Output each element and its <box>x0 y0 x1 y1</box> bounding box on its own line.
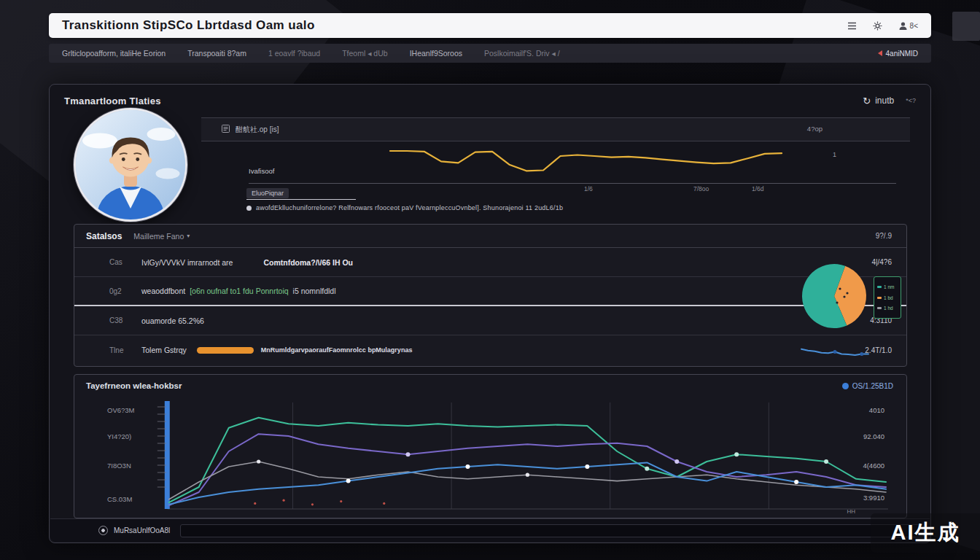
desktop-background: Transkitionn StipSCo Lbrtdasd Oam ualo 8… <box>0 0 980 560</box>
timeseries-chart-area: OV6?3M YI4?20) 7I8O3N CS.03M 4010 92.040… <box>80 398 901 516</box>
main-nav: Grlticlopoafform, italiHe Eorion Transpo… <box>49 44 931 63</box>
nav-item[interactable]: Grlticlopoafform, italiHe Eorion <box>62 49 166 58</box>
footer-field[interactable] <box>180 524 924 537</box>
user-icon[interactable]: 8< <box>898 21 918 31</box>
hero-meta-row: 酣航社.op [is] <box>201 117 910 141</box>
y-axis-right-label: 3:9910 <box>863 494 884 502</box>
nav-alert-label: 4aniNMID <box>886 50 918 58</box>
row-text: Tolem Gstrqy <box>141 346 187 354</box>
row-key: Tlne <box>109 346 141 354</box>
progress-bar <box>197 347 254 354</box>
row-value: 4|/4?6 <box>871 258 892 266</box>
legend-dot-icon <box>246 206 252 211</box>
row-text: IvlGy/VVVkV imrarnodt are <box>141 258 233 267</box>
timeseries-header: Tayefrneon wlea-hokbsr OS/1.25B1D <box>74 375 906 397</box>
alert-triangle-icon <box>878 50 882 56</box>
nav-alert[interactable]: 4aniNMID <box>878 50 918 58</box>
footer-label: MuRsaUnlfOoA8l <box>114 526 170 534</box>
timeseries-chart <box>80 398 901 516</box>
pie-legend-entry: 1 bd <box>877 295 898 300</box>
y-axis-label: CS.03M <box>107 495 132 503</box>
nav-item[interactable]: 1 eoavlf ?ibaud <box>268 49 320 58</box>
row-text-strong: Comtnfdoma?/\/66 IH Ou <box>263 258 353 267</box>
corner-label: HH <box>847 508 855 515</box>
legend-swatch <box>877 307 882 309</box>
timeseries-card: Tayefrneon wlea-hokbsr OS/1.25B1D OV6?3M <box>74 374 907 518</box>
user-label: 8< <box>910 22 918 30</box>
nav-item[interactable]: Transpoaiti 8?am <box>187 49 246 58</box>
nav-item[interactable]: Tfeoml ◂ dUb <box>342 49 387 58</box>
refresh-icon: ↻ <box>863 96 871 106</box>
avatar-illustration <box>76 110 185 219</box>
chevron-down-icon: ▾ <box>187 233 190 239</box>
hero-axis-line <box>249 183 896 184</box>
stats-title: Satalsos <box>86 231 122 241</box>
background-patch <box>952 12 980 41</box>
y-axis-label: OV6?3M <box>107 406 135 414</box>
hero-meta-text: 酣航社.op [is] <box>236 125 279 135</box>
app-header: Transkitionn StipSCo Lbrtdasd Oam ualo 8… <box>49 13 931 38</box>
refresh-label: inutb <box>875 96 894 106</box>
stats-header-value: 9?/.9 <box>876 232 892 240</box>
row-text-green: [o6n oufnaf to1 fdu Ponnrtoiq <box>190 287 288 295</box>
hero-legend: awofdEklluchuniforrelone? Relfnowars rfo… <box>246 204 563 211</box>
hero-trend-chart <box>387 143 785 178</box>
y-axis-right-label: 4010 <box>869 406 884 414</box>
hero-chip[interactable]: EluoPiqnar <box>246 188 289 198</box>
y-axis-right-label: 92.040 <box>863 432 884 440</box>
dashboard-panel: Tmanartloom Tlaties ↻ inutb *<? <box>49 84 931 543</box>
y-axis-label: YI4?20) <box>107 432 131 440</box>
row-text-tail: i5 nomnlfdldl <box>293 287 336 295</box>
timeseries-header-link[interactable]: OS/1.25B1D <box>842 382 893 390</box>
globe-icon <box>842 383 849 389</box>
menu-icon[interactable] <box>847 22 857 30</box>
stats-row[interactable]: Tlne Tolem Gstrqy MnRumldgarvpaoraufFaom… <box>74 335 906 365</box>
pie-legend-entry: 1 nm <box>877 284 898 289</box>
timeseries-title: Tayefrneon wlea-hokbsr <box>86 381 182 390</box>
stats-subtitle: Mailleme Fano <box>133 232 184 241</box>
hero-trend-zone: 酣航社.op [is] 4?op 1 Ivafisoof 1/6 7/8oo 1… <box>201 117 910 221</box>
stats-row[interactable]: 0g2 weaoddfbont [o6n oufnaf to1 fdu Ponn… <box>74 277 906 306</box>
row-text: weaoddfbont <box>141 287 185 295</box>
row-text: ouamorde 65.2%6 <box>141 316 204 325</box>
y-axis-right-label: 4(4600 <box>863 462 884 470</box>
row-bar-text: MnRumldgarvpaoraufFaomnrolcc bpMulagryna… <box>261 346 413 354</box>
hero-legend-text: awofdEklluchuniforrelone? Relfnowars rfo… <box>256 204 563 211</box>
status-pie-chart <box>801 262 868 330</box>
axis-tick-label: 1/6 <box>584 185 593 192</box>
list-icon <box>222 125 230 134</box>
row-sparkline-chart <box>800 344 870 360</box>
pie-legend: 1 nm 1 bd 1 hd <box>874 276 901 319</box>
stats-row[interactable]: Cas IvlGy/VVVkV imrarnodt are Comtnfdoma… <box>74 248 906 277</box>
timeseries-header-value: OS/1.25B1D <box>852 382 893 390</box>
axis-tick-label: 7/8oo <box>693 185 709 192</box>
nav-item[interactable]: IHeanlf9Soroos <box>410 49 462 58</box>
panel-footer: MuRsaUnlfOoA8l <box>50 518 930 542</box>
settings-icon[interactable] <box>873 21 882 31</box>
header-icons: 8< <box>847 21 918 31</box>
legend-swatch <box>877 297 882 299</box>
row-key: C38 <box>109 316 141 324</box>
pie-legend-entry: 1 hd <box>877 306 898 311</box>
stats-card: Satalsos Mailleme Fano ▾ 9?/.9 Cas IvlGy… <box>74 224 907 367</box>
hero-stray-value: 1 <box>833 151 836 158</box>
row-key: Cas <box>109 258 141 266</box>
panel-title: Tmanartloom Tlaties <box>64 96 161 106</box>
refresh-hint: *<? <box>906 97 916 104</box>
stats-header: Satalsos Mailleme Fano ▾ 9?/.9 <box>74 225 906 248</box>
stats-row[interactable]: C38 ouamorde 65.2%6 4:3110 <box>74 306 906 335</box>
app-title: Transkitionn StipSCo Lbrtdasd Oam ualo <box>62 18 315 33</box>
axis-tick-label: 1/6d <box>752 185 764 192</box>
watermark: AI生成 <box>871 513 980 553</box>
nav-item[interactable]: Poslkoimailf'S. Driv ◂ / <box>484 49 560 58</box>
avatar <box>74 108 187 222</box>
stats-filter-dropdown[interactable]: Mailleme Fano ▾ <box>133 232 190 241</box>
record-icon[interactable] <box>98 526 108 535</box>
panel-header: Tmanartloom Tlaties ↻ inutb *<? <box>64 92 916 109</box>
y-axis-label: 7I8O3N <box>107 462 131 470</box>
chip-underline <box>246 199 356 200</box>
hero-series-label: Ivafisoof <box>249 167 274 175</box>
row-key: 0g2 <box>109 287 141 295</box>
legend-swatch <box>877 286 882 288</box>
refresh-button[interactable]: ↻ inutb *<? <box>863 96 916 106</box>
